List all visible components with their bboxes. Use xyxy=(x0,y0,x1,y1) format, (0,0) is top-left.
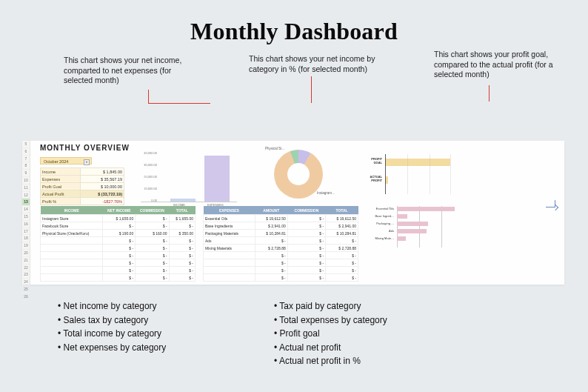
cell[interactable]: Mixing Materials xyxy=(204,245,255,252)
cell[interactable]: $ - xyxy=(136,245,169,252)
expand-icon[interactable] xyxy=(546,200,555,207)
table-row[interactable]: Essential Oils$ 19,612.50$ -$ 19,612.50 xyxy=(204,215,358,222)
cell[interactable]: $ - xyxy=(169,274,195,282)
month-selector[interactable]: October 2024 ▾ xyxy=(40,157,92,165)
cell[interactable]: $ - xyxy=(326,237,358,245)
row-header[interactable]: 12 xyxy=(22,192,30,199)
cell[interactable]: $ 350.00 xyxy=(169,230,195,237)
cell[interactable]: $ - xyxy=(103,222,136,230)
cell[interactable]: $ - xyxy=(136,222,169,230)
cell[interactable]: $ - xyxy=(287,252,325,259)
row-header[interactable]: 7 xyxy=(22,156,30,163)
row-header[interactable]: 21 xyxy=(22,257,30,265)
table-row[interactable]: $ -$ -$ - xyxy=(41,274,196,282)
cell[interactable]: $ - xyxy=(103,259,136,267)
cell[interactable] xyxy=(204,259,255,267)
row-header[interactable]: 8 xyxy=(22,162,30,170)
table-row[interactable]: $ -$ -$ - xyxy=(204,252,358,259)
cell[interactable]: $ - xyxy=(136,267,169,274)
cell[interactable]: $ - xyxy=(287,267,325,274)
cell[interactable]: $ 190.00 xyxy=(103,230,136,237)
cell[interactable] xyxy=(204,252,255,259)
cell[interactable]: Facebook Store xyxy=(41,222,103,230)
row-header[interactable]: 23 xyxy=(22,271,30,279)
cell[interactable]: $ - xyxy=(136,215,169,222)
cell[interactable] xyxy=(41,245,103,252)
cell[interactable]: $ - xyxy=(287,259,325,267)
cell[interactable] xyxy=(41,237,103,245)
cell[interactable] xyxy=(41,274,103,282)
cell[interactable]: $ 1,655.00 xyxy=(169,215,195,222)
cell[interactable]: Essential Oils xyxy=(204,215,255,222)
cell[interactable]: $ - xyxy=(136,259,169,267)
cell[interactable] xyxy=(204,274,255,282)
row-header[interactable]: 15 xyxy=(22,213,30,221)
row-header-selected[interactable]: 13 xyxy=(22,199,30,206)
table-row[interactable]: Packaging Materials$ 10,284.81$ -$ 10,28… xyxy=(204,230,358,237)
cell[interactable]: $ - xyxy=(103,245,136,252)
table-row[interactable]: Instagram Store$ 1,655.00$ -$ 1,655.00 xyxy=(41,215,196,222)
table-row[interactable]: $ -$ -$ - xyxy=(41,245,196,252)
cell[interactable]: $ - xyxy=(287,274,325,282)
cell[interactable]: $ 19,612.50 xyxy=(326,215,358,222)
cell[interactable]: $ 10,284.81 xyxy=(255,230,287,237)
cell[interactable]: $ - xyxy=(136,252,169,259)
row-header[interactable]: 11 xyxy=(22,185,30,192)
cell[interactable]: $ 2,941.00 xyxy=(326,222,358,230)
table-row[interactable]: $ -$ -$ - xyxy=(204,267,358,274)
row-header[interactable]: 14 xyxy=(22,206,30,213)
cell[interactable]: Physical Store (Oracle/Kuro) xyxy=(41,230,103,237)
row-header[interactable]: 18 xyxy=(22,235,30,242)
cell[interactable]: Ads xyxy=(204,237,255,245)
cell[interactable]: $ - xyxy=(287,222,325,230)
row-header[interactable]: 25 xyxy=(22,286,30,293)
chevron-down-icon[interactable]: ▾ xyxy=(84,159,90,165)
cell[interactable]: $ 160.00 xyxy=(136,230,169,237)
table-row[interactable]: $ -$ -$ - xyxy=(41,252,196,259)
row-header[interactable]: 19 xyxy=(22,242,30,250)
cell[interactable] xyxy=(41,259,103,267)
table-row[interactable]: $ -$ -$ - xyxy=(204,274,358,282)
cell[interactable]: $ - xyxy=(169,259,195,267)
cell[interactable]: $ - xyxy=(287,215,325,222)
cell[interactable]: $ - xyxy=(103,274,136,282)
cell[interactable]: $ - xyxy=(255,259,287,267)
cell[interactable]: $ - xyxy=(103,267,136,274)
cell[interactable]: $ 2,728.88 xyxy=(326,245,358,252)
cell[interactable]: $ 19,612.50 xyxy=(255,215,287,222)
row-header[interactable]: 26 xyxy=(22,293,30,301)
cell[interactable]: $ - xyxy=(136,237,169,245)
cell[interactable]: $ - xyxy=(287,237,325,245)
table-row[interactable]: $ -$ -$ - xyxy=(41,259,196,267)
row-header[interactable]: 17 xyxy=(22,228,30,236)
cell[interactable]: Packaging Materials xyxy=(204,230,255,237)
table-row[interactable]: $ -$ -$ - xyxy=(41,237,196,245)
cell[interactable]: $ - xyxy=(255,237,287,245)
cell[interactable] xyxy=(204,267,255,274)
cell[interactable]: $ - xyxy=(287,230,325,237)
row-header[interactable]: 6 xyxy=(22,148,30,156)
table-row[interactable]: $ -$ -$ - xyxy=(204,259,358,267)
cell[interactable]: Instagram Store xyxy=(41,215,103,222)
cell[interactable]: $ 2,728.88 xyxy=(255,245,287,252)
cell[interactable] xyxy=(41,252,103,259)
cell[interactable]: Base Ingredients xyxy=(204,222,255,230)
cell[interactable]: $ - xyxy=(287,245,325,252)
cell[interactable]: $ - xyxy=(326,259,358,267)
cell[interactable]: $ - xyxy=(103,252,136,259)
cell[interactable]: $ - xyxy=(136,274,169,282)
table-row[interactable]: $ -$ -$ - xyxy=(41,267,196,274)
cell[interactable]: $ - xyxy=(326,274,358,282)
table-row[interactable]: Ads$ -$ -$ - xyxy=(204,237,358,245)
cell[interactable]: $ - xyxy=(169,267,195,274)
row-header[interactable]: 20 xyxy=(22,250,30,257)
cell[interactable]: $ - xyxy=(255,267,287,274)
row-header[interactable]: 10 xyxy=(22,177,30,185)
cell[interactable]: $ - xyxy=(255,252,287,259)
row-header[interactable]: 5 xyxy=(22,141,30,148)
cell[interactable]: $ - xyxy=(326,267,358,274)
cell[interactable]: $ - xyxy=(169,237,195,245)
row-header[interactable]: 24 xyxy=(22,279,30,286)
cell[interactable]: $ - xyxy=(103,237,136,245)
table-row[interactable]: Facebook Store$ -$ -$ - xyxy=(41,222,196,230)
